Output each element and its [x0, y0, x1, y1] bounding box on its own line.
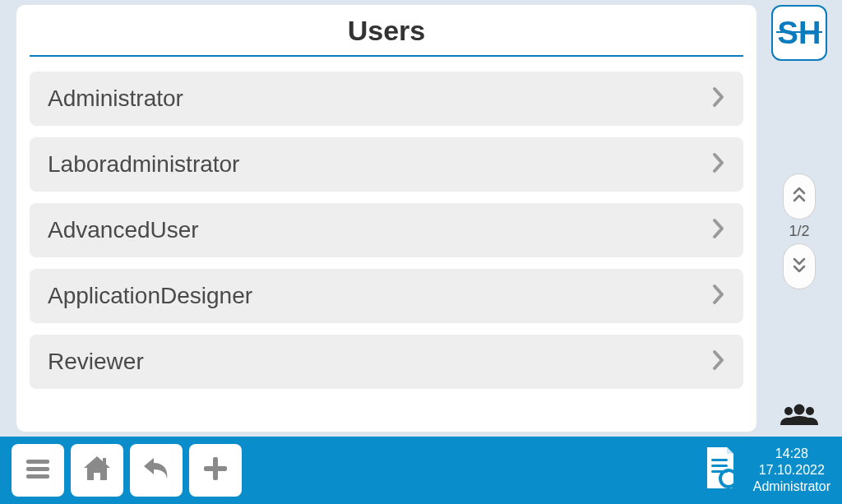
user-list: Administrator Laboradministrator Advance… [30, 72, 743, 389]
svg-point-1 [784, 407, 793, 415]
brand-logo-text: SH [778, 16, 821, 51]
svg-point-0 [794, 405, 805, 415]
user-label: Laboradministrator [48, 151, 239, 178]
svg-rect-3 [26, 460, 49, 464]
chevron-right-icon [712, 152, 725, 177]
svg-rect-9 [711, 459, 728, 461]
user-label: AdvancedUser [48, 217, 199, 243]
chevron-right-icon [712, 349, 725, 374]
svg-rect-8 [204, 466, 227, 471]
home-button[interactable] [71, 444, 123, 497]
user-laboradministrator[interactable]: Laboradministrator [30, 137, 743, 192]
page-up-button[interactable] [783, 173, 816, 220]
home-icon [80, 451, 114, 489]
brand-logo: SH [771, 5, 827, 61]
right-column: SH 1/2 [763, 5, 835, 432]
users-group-icon [780, 402, 818, 430]
status-date: 17.10.2022 [759, 462, 825, 479]
user-advanceduser[interactable]: AdvancedUser [30, 203, 743, 257]
chevron-double-up-icon [792, 186, 807, 207]
bottom-bar-right: 14:28 17.10.2022 Administrator [701, 446, 830, 495]
page-down-button[interactable] [783, 243, 816, 289]
pager: 1/2 [783, 173, 816, 289]
chevron-double-down-icon [792, 256, 807, 277]
user-label: Reviewer [48, 349, 144, 375]
plus-icon [199, 452, 232, 488]
user-applicationdesigner[interactable]: ApplicationDesigner [30, 269, 743, 323]
user-administrator[interactable]: Administrator [30, 72, 743, 126]
svg-rect-10 [711, 465, 728, 467]
menu-button[interactable] [12, 444, 64, 497]
user-reviewer[interactable]: Reviewer [30, 335, 743, 389]
main-panel: Users Administrator Laboradministrator A… [16, 5, 756, 432]
document-search-icon[interactable] [701, 446, 742, 495]
svg-point-2 [806, 407, 814, 415]
page-title: Users [30, 8, 743, 57]
bottom-bar: 14:28 17.10.2022 Administrator [0, 437, 842, 504]
svg-rect-6 [103, 458, 106, 465]
bottom-bar-left [12, 444, 242, 497]
top-area: Users Administrator Laboradministrator A… [0, 0, 842, 437]
page-indicator: 1/2 [789, 223, 809, 240]
user-label: Administrator [48, 86, 183, 112]
svg-rect-5 [26, 474, 49, 479]
svg-rect-4 [26, 467, 49, 471]
chevron-right-icon [712, 284, 725, 308]
status-user: Administrator [753, 479, 830, 495]
chevron-right-icon [712, 86, 725, 111]
chevron-right-icon [712, 218, 725, 243]
back-button[interactable] [130, 444, 183, 497]
back-arrow-icon [139, 451, 173, 489]
add-button[interactable] [189, 444, 242, 497]
user-label: ApplicationDesigner [48, 283, 252, 309]
status-time: 14:28 [775, 446, 808, 462]
status-block: 14:28 17.10.2022 Administrator [753, 446, 830, 495]
menu-icon [21, 452, 54, 488]
